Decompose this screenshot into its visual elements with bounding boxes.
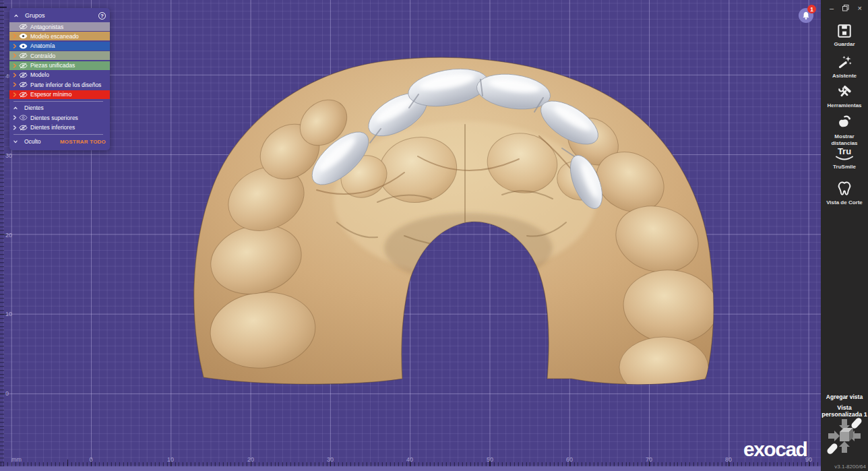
save-icon [836,23,852,39]
tool-sidebar: – × Guardar Asiste [821,0,868,471]
ruler-label: 10 [5,311,12,317]
add-view-button[interactable]: Agregar vista [821,394,868,400]
save-button[interactable]: Guardar [821,23,868,48]
tool-label: TruSmile [823,164,866,170]
section-title: Dientes [24,104,44,111]
group-row-anatomia[interactable]: Anatomía [9,42,110,51]
group-label: Parte inferior de los diseños [30,82,101,88]
help-icon[interactable]: ? [98,12,106,20]
ruler-left-ticks [0,0,4,466]
eye-off-icon[interactable] [19,63,28,69]
eye-outline-icon[interactable] [19,115,28,121]
eye-icon[interactable] [19,33,28,39]
3d-viewport[interactable]: 0 10 20 30 40 50 60 70 80 90 40 30 20 10… [0,0,821,471]
group-row-piezas-unificadas[interactable]: Piezas unificadas [9,61,110,70]
group-label: Modelo escaneado [30,33,79,40]
exocad-logo: exocad [743,438,807,461]
chevron-right-icon[interactable] [13,63,17,69]
ruler-label: 20 [5,232,12,239]
ruler-label: 50 [487,456,493,463]
group-label: Modelo [30,71,49,78]
ruler-label: 20 [247,456,254,463]
group-row-modelo[interactable]: Modelo [9,71,110,80]
ruler-label: 60 [566,456,573,463]
cut-view-icon [836,180,853,197]
eye-icon[interactable] [19,43,28,49]
chevron-right-icon[interactable] [13,82,17,88]
assistant-button[interactable]: Asistente [821,55,868,80]
tool-label: Asistente [823,73,866,80]
panel-divider [13,101,103,102]
dental-model-3d[interactable] [0,0,821,471]
ruler-unit-label: mm [11,456,22,463]
group-row-espesor-minimo[interactable]: Espesor mínimo [9,90,110,99]
ruler-label: 30 [5,152,12,159]
eye-off-icon[interactable] [19,24,28,30]
collapse-chevron-up-icon[interactable] [13,106,18,111]
tool-label: Vista de Corte [823,199,866,206]
section-oculto[interactable]: Oculto MOSTRAR TODO [9,137,110,147]
ruler-label: 0 [5,390,9,397]
viewport-bottom-strip [0,466,821,471]
tools-icon [836,84,853,100]
show-distances-icon [836,114,853,131]
panel-divider [13,134,103,135]
ruler-label: 40 [406,456,413,463]
chevron-right-icon[interactable] [13,92,17,98]
group-label: Espesor mínimo [30,91,71,98]
tool-label: Guardar [823,41,866,48]
show-distances-button[interactable]: Mostrar distancias [821,114,868,146]
ruler-label: 30 [327,456,334,463]
group-label: Piezas unificadas [30,62,75,69]
view-cube-icon [823,412,866,460]
notification-bell-button[interactable]: 1 [799,7,815,23]
exocad-app-window: 0 10 20 30 40 50 60 70 80 90 40 30 20 10… [0,0,868,471]
tool-label: Herramientas [823,102,866,109]
chevron-right-icon[interactable] [13,43,17,49]
group-row-dientes-superiores[interactable]: Dientes superiores [9,113,110,122]
magic-wand-icon [836,55,852,71]
show-all-button[interactable]: MOSTRAR TODO [60,139,106,145]
ruler-label: 80 [725,456,732,463]
window-controls: – × [821,0,868,12]
group-row-modelo-escaneado[interactable]: Modelo escaneado [9,32,110,40]
minimize-button[interactable]: – [830,5,834,11]
group-row-antagonistas[interactable]: Antagonistas [9,22,110,31]
version-label: v3.1-8200/64 [834,464,866,470]
close-button[interactable]: × [858,5,862,11]
tools-button[interactable]: Herramientas [821,84,868,109]
cut-view-button[interactable]: Vista de Corte [821,180,868,206]
chevron-right-icon[interactable] [13,53,17,59]
group-label: Dientes inferiores [30,124,75,131]
restore-button[interactable] [842,5,849,11]
group-row-dientes-inferiores[interactable]: Dientes inferiores [9,123,110,132]
view-orientation-cube[interactable] [823,412,866,460]
ruler-label: 0 [89,456,92,463]
panel-title: Grupos [25,12,98,19]
group-row-parte-inferior[interactable]: Parte inferior de los diseños [9,80,110,89]
group-row-contraido[interactable]: Contraído [9,51,110,60]
group-label: Contraído [30,53,55,59]
eye-off-icon[interactable] [19,125,28,131]
groups-panel: Grupos ? Antagonistas Modelo escaneado A… [9,8,110,150]
eye-off-icon[interactable] [19,82,28,88]
group-label: Antagonistas [30,24,63,30]
collapse-chevron-up-icon[interactable] [13,13,19,18]
trusmile-button[interactable]: Tru TruSmile [821,148,868,170]
section-title: Oculto [24,138,60,145]
chevron-right-icon[interactable] [13,33,17,39]
group-label: Dientes superiores [30,115,78,121]
tool-label: Mostrar distancias [823,133,866,146]
eye-off-icon[interactable] [19,53,28,59]
trusmile-icon: Tru [835,148,854,162]
eye-off-icon[interactable] [19,92,28,98]
section-dientes[interactable]: Dientes [9,104,110,113]
ruler-label: 10 [167,456,174,463]
chevron-right-icon[interactable] [13,125,17,131]
collapse-chevron-down-icon[interactable] [13,139,18,144]
notification-badge: 1 [807,5,816,13]
chevron-right-icon[interactable] [13,72,17,78]
chevron-right-icon[interactable] [13,115,17,121]
eye-off-icon[interactable] [19,72,28,78]
group-label: Anatomía [30,42,55,49]
